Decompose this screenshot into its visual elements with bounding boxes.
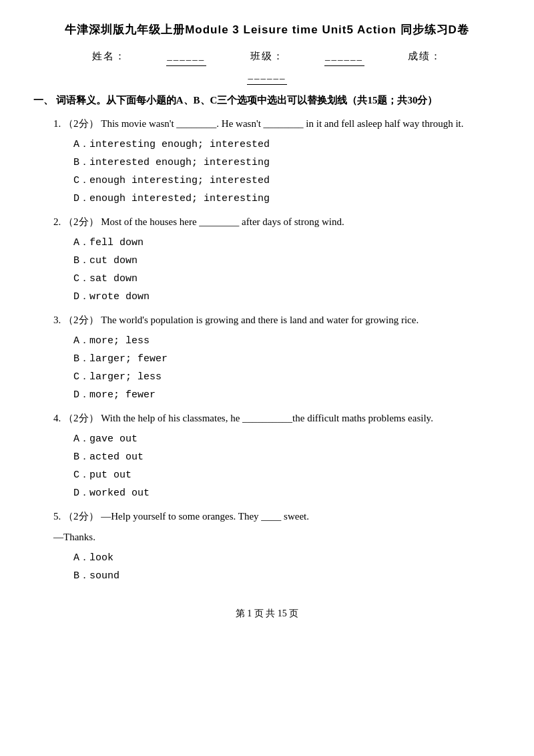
q5-option-a: A．look	[73, 549, 501, 567]
question-3: 3. （2分） The world's population is growin…	[33, 311, 501, 404]
q3-body: The world's population is growing and th…	[101, 315, 419, 325]
q1-option-d: D．enough interested; interesting	[73, 190, 501, 208]
q2-option-c: C．sat down	[73, 270, 501, 288]
q3-option-d: D．more; fewer	[73, 386, 501, 404]
q5-score: （2分）	[63, 511, 99, 522]
q4-option-a: A．gave out	[73, 430, 501, 448]
q3-option-b: B．larger; fewer	[73, 350, 501, 368]
question-5: 5. （2分） —Help yourself to some oranges. …	[33, 508, 501, 585]
q2-number: 2.	[53, 216, 61, 227]
q4-body: With the help of his classmates, he ____…	[101, 413, 433, 423]
page-footer: 第 1 页 共 15 页	[33, 605, 501, 622]
q5-body: —Help yourself to some oranges. They ___…	[101, 511, 309, 522]
q2-body: Most of the houses here ________ after d…	[101, 216, 344, 227]
score-label: 成绩：	[408, 51, 442, 61]
q1-score: （2分）	[63, 118, 99, 129]
score-blank: ______	[247, 66, 287, 85]
question-4-text: 4. （2分） With the help of his classmates,…	[33, 409, 501, 427]
q1-option-a: A．interesting enough; interested	[73, 136, 501, 154]
question-4: 4. （2分） With the help of his classmates,…	[33, 409, 501, 502]
q4-option-b: B．acted out	[73, 448, 501, 466]
question-3-text: 3. （2分） The world's population is growin…	[33, 311, 501, 329]
q3-option-c: C．larger; less	[73, 368, 501, 386]
q2-option-d: D．wrote down	[73, 288, 501, 306]
q4-score: （2分）	[63, 413, 99, 423]
q4-option-c: C．put out	[73, 466, 501, 484]
q5-number: 5.	[53, 511, 61, 522]
class-label: 班级：	[250, 51, 284, 61]
page-title: 牛津深圳版九年级上册Module 3 Leisure time Unit5 Ac…	[33, 20, 501, 41]
name-blank: ______	[166, 47, 206, 66]
q2-option-b: B．cut down	[73, 252, 501, 270]
q1-option-c: C．enough interesting; interested	[73, 172, 501, 190]
q2-option-a: A．fell down	[73, 234, 501, 252]
q3-score: （2分）	[63, 315, 99, 325]
question-1: 1. （2分） This movie wasn't ________. He w…	[33, 115, 501, 208]
q1-number: 1.	[53, 118, 61, 129]
q1-body: This movie wasn't ________. He wasn't __…	[101, 118, 463, 129]
section1-title: 一、 词语释义。从下面每小题的A、B、C三个选项中选出可以替换划线（共15题；共…	[33, 91, 501, 110]
q3-number: 3.	[53, 315, 61, 325]
q4-option-d: D．worked out	[73, 484, 501, 502]
question-2-text: 2. （2分） Most of the houses here ________…	[33, 213, 501, 231]
question-2: 2. （2分） Most of the houses here ________…	[33, 213, 501, 306]
q1-option-b: B．interested enough; interesting	[73, 154, 501, 172]
question-1-text: 1. （2分） This movie wasn't ________. He w…	[33, 115, 501, 133]
info-row: 姓名：______ 班级：______ 成绩：______	[33, 47, 501, 85]
name-label: 姓名：	[92, 51, 126, 61]
q4-number: 4.	[53, 413, 61, 423]
q5-extra: —Thanks.	[53, 528, 501, 546]
q2-score: （2分）	[63, 216, 99, 227]
class-blank: ______	[324, 47, 364, 66]
q3-option-a: A．more; less	[73, 332, 501, 350]
q5-option-b: B．sound	[73, 567, 501, 585]
question-5-text: 5. （2分） —Help yourself to some oranges. …	[33, 508, 501, 526]
